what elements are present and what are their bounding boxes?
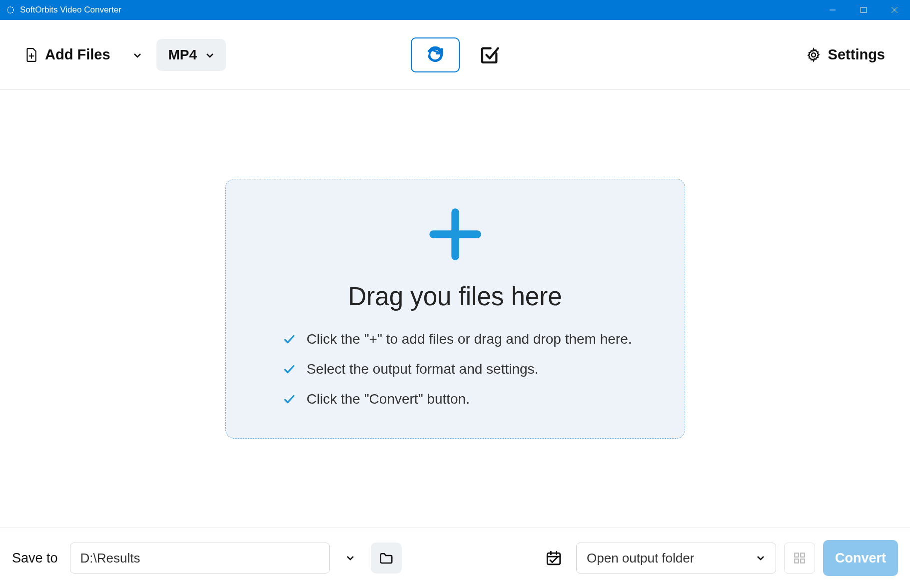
svg-rect-14 bbox=[795, 553, 799, 557]
gear-icon bbox=[806, 47, 821, 62]
save-to-label: Save to bbox=[12, 551, 58, 566]
instruction-item: Click the "+" to add files or drag and d… bbox=[283, 331, 632, 347]
instruction-text: Select the output format and settings. bbox=[307, 361, 539, 377]
output-path-dropdown[interactable] bbox=[338, 543, 363, 574]
instruction-item: Click the "Convert" button. bbox=[283, 391, 632, 407]
folder-icon bbox=[379, 551, 394, 566]
output-path-field[interactable]: D:\Results bbox=[70, 543, 330, 574]
main-area: Drag you files here Click the "+" to add… bbox=[0, 90, 910, 528]
toolbar: Add Files MP4 bbox=[0, 20, 910, 90]
open-output-folder-select[interactable]: Open output folder bbox=[576, 543, 776, 574]
check-icon bbox=[283, 363, 296, 376]
instruction-text: Click the "+" to add files or drag and d… bbox=[307, 331, 632, 347]
schedule-icon[interactable] bbox=[545, 550, 562, 567]
drop-zone[interactable]: Drag you files here Click the "+" to add… bbox=[225, 179, 685, 439]
instructions-list: Click the "+" to add files or drag and d… bbox=[226, 331, 632, 407]
instruction-item: Select the output format and settings. bbox=[283, 361, 632, 377]
svg-rect-16 bbox=[795, 559, 799, 563]
settings-label: Settings bbox=[828, 46, 885, 63]
convert-button[interactable]: Convert bbox=[823, 540, 898, 576]
check-icon bbox=[283, 333, 296, 346]
close-button[interactable] bbox=[879, 0, 910, 20]
browse-folder-button[interactable] bbox=[371, 543, 402, 574]
convert-label: Convert bbox=[835, 551, 886, 566]
output-path-value: D:\Results bbox=[80, 551, 140, 566]
refresh-button[interactable] bbox=[411, 37, 460, 72]
app-icon bbox=[6, 5, 15, 14]
svg-point-0 bbox=[7, 7, 14, 13]
svg-rect-2 bbox=[861, 7, 867, 13]
select-all-button[interactable] bbox=[480, 45, 500, 65]
titlebar: SoftOrbits Video Converter bbox=[0, 0, 910, 20]
layout-toggle-button[interactable] bbox=[784, 543, 815, 574]
chevron-down-icon bbox=[756, 553, 766, 563]
svg-rect-15 bbox=[801, 553, 805, 557]
format-selector[interactable]: MP4 bbox=[156, 39, 226, 71]
plus-icon bbox=[428, 207, 483, 262]
grid-icon bbox=[793, 552, 806, 565]
chevron-down-icon bbox=[205, 50, 214, 59]
svg-point-7 bbox=[812, 53, 816, 57]
svg-rect-17 bbox=[801, 559, 805, 563]
app-title: SoftOrbits Video Converter bbox=[20, 5, 121, 15]
minimize-button[interactable] bbox=[817, 0, 848, 20]
instruction-text: Click the "Convert" button. bbox=[307, 391, 470, 407]
add-files-button[interactable]: Add Files bbox=[25, 46, 141, 63]
check-icon bbox=[283, 393, 296, 406]
open-output-label: Open output folder bbox=[587, 551, 694, 566]
maximize-button[interactable] bbox=[848, 0, 879, 20]
format-label: MP4 bbox=[168, 47, 197, 63]
settings-button[interactable]: Settings bbox=[806, 46, 885, 63]
chevron-down-icon bbox=[132, 50, 141, 59]
svg-rect-10 bbox=[547, 553, 560, 565]
bottom-bar: Save to D:\Results Open output fold bbox=[0, 528, 910, 588]
file-plus-icon bbox=[25, 47, 38, 62]
window-controls bbox=[817, 0, 910, 20]
add-files-label: Add Files bbox=[45, 46, 110, 63]
drop-title: Drag you files here bbox=[348, 282, 562, 311]
